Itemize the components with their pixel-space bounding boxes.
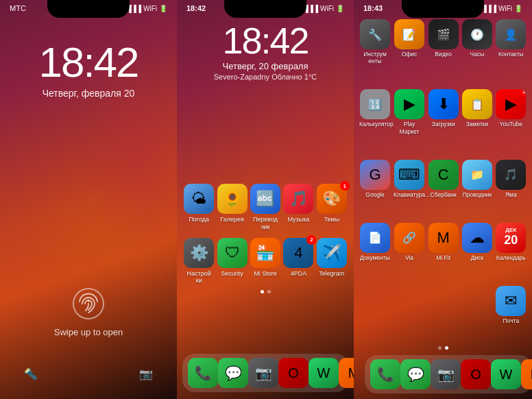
dot-1 xyxy=(438,346,442,350)
calc-label: Калькулятор xyxy=(359,121,391,128)
translate-icon: 🔤 xyxy=(250,184,280,214)
app-4pda[interactable]: 4 2 4PDA xyxy=(283,238,313,285)
app-mistore[interactable]: 🏪 Mi Store xyxy=(250,238,280,285)
music-label: Музыка xyxy=(287,216,309,223)
gallery-icon: 🌻 xyxy=(217,184,247,214)
app-music[interactable]: 🎵 Музыка xyxy=(283,184,313,231)
telegram-label: Telegram xyxy=(319,270,344,278)
camera-dock-icon: 📷 xyxy=(431,359,461,389)
docs-label: Документы xyxy=(360,254,390,261)
sberbank-icon: С xyxy=(428,160,459,190)
app-weather[interactable]: 🌤 Погода xyxy=(184,184,214,231)
yama-label: Яма xyxy=(505,191,517,198)
app-notes[interactable]: 📋 Заметки xyxy=(461,89,492,154)
app-contacts[interactable]: 👤 Контакты xyxy=(496,19,527,84)
app-translate[interactable]: 🔤 Перевод чик xyxy=(250,184,280,231)
app-google[interactable]: G Google xyxy=(359,160,391,217)
security-icon: 🛡 xyxy=(217,238,247,268)
downloads-label: Загрузки xyxy=(432,121,455,128)
4pda-label: 4PDA xyxy=(291,270,307,278)
mi-dock-icon: M xyxy=(521,359,532,389)
page-dots xyxy=(177,290,354,293)
google-label: Google xyxy=(365,191,384,198)
playmarket-icon: ▶ xyxy=(394,89,424,119)
app-themes[interactable]: 🎨 1 Темы xyxy=(317,184,347,231)
dock-whatsapp[interactable]: W xyxy=(309,358,339,388)
app-youtube[interactable]: ▶ 1 YouTube xyxy=(496,89,527,154)
app-gallery[interactable]: 🌻 Галерея xyxy=(217,184,247,231)
clock-icon: 🕐 xyxy=(462,19,492,49)
home-dock: 📞 💬 📷 O W M xyxy=(182,354,348,392)
camera-button[interactable]: 📷 xyxy=(134,362,158,385)
dot-2 xyxy=(267,290,271,293)
app-settings[interactable]: ⚙️ Настрой ки xyxy=(184,238,214,285)
battery-icon: 🔋 xyxy=(514,5,522,12)
opera-dock-icon: O xyxy=(461,359,491,389)
mi-dock-icon: M xyxy=(339,358,354,388)
downloads-icon: ⬇ xyxy=(428,89,459,119)
app-clock[interactable]: 🕐 Часы xyxy=(461,19,492,84)
app-downloads[interactable]: ⬇ Загрузки xyxy=(428,89,459,154)
app-playmarket[interactable]: ▶ Play Маркет xyxy=(394,89,425,154)
dock-opera[interactable]: O xyxy=(278,358,309,388)
dock-phone[interactable]: 📞 xyxy=(188,358,218,388)
messages-dock-icon: 💬 xyxy=(400,359,431,389)
dock-whatsapp[interactable]: W xyxy=(491,359,521,389)
app-docs[interactable]: 📄 Документы xyxy=(359,223,391,280)
translate-label: Перевод чик xyxy=(250,216,280,231)
tools-label: Инструм енты xyxy=(359,51,391,64)
app-telegram[interactable]: ✈️ Telegram xyxy=(317,238,347,285)
dock-messages[interactable]: 💬 xyxy=(218,358,248,388)
dock-opera[interactable]: O xyxy=(461,359,491,389)
dock-mi[interactable]: M xyxy=(339,358,354,388)
flashlight-button[interactable]: 🔦 xyxy=(19,362,43,385)
mail-icon: ✉ xyxy=(496,286,526,316)
app-tools[interactable]: 🔧 Инструм енты xyxy=(359,19,391,84)
whatsapp-dock-icon: W xyxy=(309,358,339,388)
app-mifit[interactable]: M Mi Fit xyxy=(428,223,459,280)
keyboard-label: Клавиатура... xyxy=(394,191,425,198)
disk-label: Диск xyxy=(471,254,483,261)
clock-label: Часы xyxy=(470,51,485,58)
dock-mi[interactable]: M xyxy=(521,359,532,389)
mistore-label: Mi Store xyxy=(254,270,277,278)
youtube-badge: 1 xyxy=(519,89,526,96)
settings-icon: ⚙️ xyxy=(184,238,214,268)
finder-icon: 📁 xyxy=(462,160,492,190)
dock-phone[interactable]: 📞 xyxy=(370,359,400,389)
youtube-icon: ▶ 1 xyxy=(496,89,526,119)
app-calc[interactable]: 🔢 Калькулятор xyxy=(359,89,391,154)
dock-camera[interactable]: 📷 xyxy=(248,358,278,388)
notch xyxy=(402,0,484,18)
apps-screen: 18:43 ▐▐▐ WiFi 🔋 🔧 Инструм енты 📝 Офис xyxy=(354,0,532,399)
wifi-icon: WiFi xyxy=(320,5,334,12)
calc-icon: 🔢 xyxy=(360,89,390,119)
mifit-label: Mi Fit xyxy=(436,254,450,261)
calendar-label: Календарь xyxy=(496,254,526,261)
app-security[interactable]: 🛡 Security xyxy=(217,238,247,285)
lock-screen: МТС ▐▐▐ WiFi 🔋 18:42 Четверг, февраля 20… xyxy=(0,0,177,399)
app-keyboard[interactable]: ⌨ Клавиатура... xyxy=(394,160,425,217)
dock-camera[interactable]: 📷 xyxy=(431,359,461,389)
app-finder[interactable]: 📁 Проводник xyxy=(461,160,492,217)
app-disk[interactable]: ☁ Диск xyxy=(461,223,492,280)
weather-label: Погода xyxy=(189,216,209,223)
yama-icon: 🎵 xyxy=(496,160,526,190)
app-empty1 xyxy=(359,286,391,343)
home-weather: Severo-Zapadny Облачно 1°C xyxy=(177,73,354,81)
app-yama[interactable]: 🎵 Яма xyxy=(496,160,527,217)
app-via[interactable]: 🔗 Via xyxy=(394,223,425,280)
app-video[interactable]: 🎬 Видео xyxy=(428,19,459,84)
app-office[interactable]: 📝 Офис xyxy=(394,19,425,84)
settings-label: Настрой ки xyxy=(184,270,214,285)
app-sberbank[interactable]: С Сбербанк xyxy=(428,160,459,217)
fingerprint-area[interactable]: Swipe up to open xyxy=(54,286,123,337)
app-mail[interactable]: ✉ Почта xyxy=(496,286,527,343)
swipe-label: Swipe up to open xyxy=(54,327,123,337)
dock-messages[interactable]: 💬 xyxy=(400,359,431,389)
app-calendar[interactable]: ДЕК 20 Календарь xyxy=(496,223,527,280)
4pda-icon: 4 2 xyxy=(283,238,313,268)
app-empty3 xyxy=(428,286,459,343)
home-screen: 18:42 ▐▐▐ WiFi 🔋 18:42 Четверг, 20 февра… xyxy=(177,0,354,399)
video-icon: 🎬 xyxy=(428,19,459,49)
